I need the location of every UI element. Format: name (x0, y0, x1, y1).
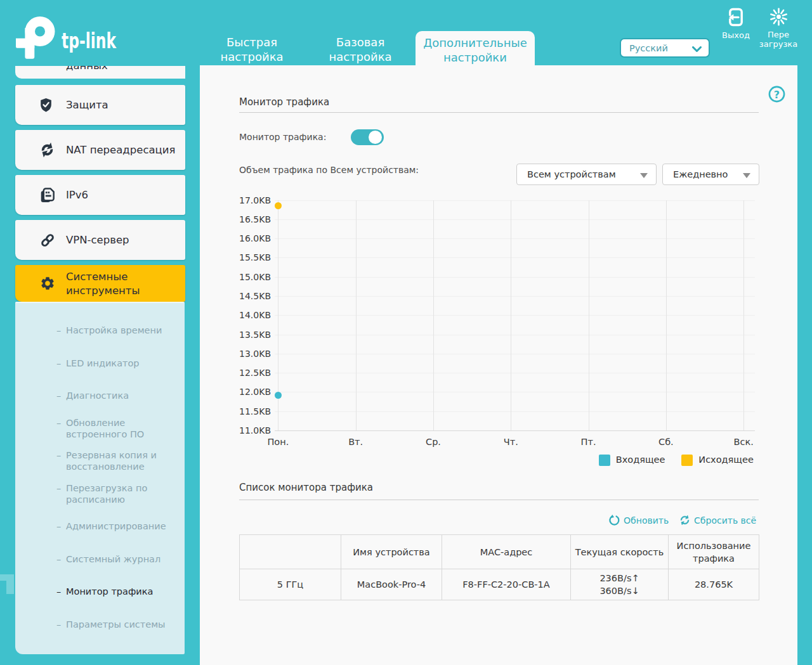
submenu-item-label: LED индикатор (66, 358, 180, 369)
submenu-item-label: Настройка времени (66, 325, 180, 336)
tab-quick-setup[interactable]: Быстрая настройка (207, 35, 296, 64)
tab-advanced-setup[interactable]: Дополнительные настройки (416, 31, 535, 66)
toggle-knob (369, 131, 382, 144)
submenu-dash: – (56, 482, 61, 494)
submenu-item-3[interactable]: –Обновление встроенного ПО (53, 417, 180, 440)
gridline-h (275, 200, 755, 201)
sidebar-item-1[interactable]: NAT переадресация (15, 130, 185, 170)
table-header-cell: Использование трафика (669, 535, 759, 569)
submenu-dash: – (56, 553, 61, 565)
scroll-artifact (0, 574, 14, 581)
logout-icon (728, 8, 743, 27)
help-icon[interactable]: ? (768, 86, 785, 103)
chart-point-Входящее[interactable] (275, 392, 282, 399)
y-axis-label: 15.5KB (200, 252, 271, 262)
x-axis-label: Чт. (485, 437, 536, 447)
gridline-h (275, 315, 755, 316)
table-cell: 236B/s↑360B/s↓ (571, 569, 669, 600)
sidebar-item-4[interactable]: Системные инструменты (15, 265, 185, 302)
submenu-item-label: Перезагрузка по расписанию (66, 482, 180, 505)
table-header-cell: Имя устройства (341, 535, 442, 569)
submenu-item-label: Системный журнал (66, 553, 180, 565)
submenu-item-9[interactable]: –Параметры системы (53, 619, 180, 630)
y-axis-label: 14.5KB (200, 291, 271, 301)
y-axis-label: 15.0KB (200, 272, 271, 282)
submenu-item-2[interactable]: –Диагностика (53, 390, 180, 401)
legend-label: Входящее (616, 455, 665, 465)
table-cell: MacBook-Pro-4 (341, 569, 442, 600)
refresh-link[interactable]: Обновить (608, 514, 669, 526)
gridline-h (275, 373, 755, 373)
sidebar-item-clipped[interactable]: данных (15, 66, 185, 79)
gridline-h (275, 296, 755, 297)
x-axis-label: Ср. (408, 437, 459, 447)
x-axis-label: Вск. (718, 437, 769, 447)
sidebar-item-label: VPN-сервер (66, 233, 180, 247)
shield-icon (40, 98, 54, 113)
gridline-v (589, 200, 589, 430)
submenu-item-1[interactable]: –LED индикатор (53, 358, 180, 369)
x-axis-label: Пон. (252, 437, 303, 447)
submenu-item-label: Администрирование (66, 520, 180, 532)
submenu-item-label: Резервная копия и восстановление (66, 449, 180, 472)
reboot-button[interactable]: Пере загрузка (756, 8, 801, 49)
submenu-dash: – (56, 520, 61, 532)
sidebar-item-label: NAT переадресация (66, 143, 180, 157)
sidebar-item-3[interactable]: VPN-сервер (15, 220, 185, 260)
gridline-h (275, 354, 755, 354)
legend-swatch (681, 455, 693, 466)
sidebar-item-0[interactable]: Защита (15, 85, 185, 125)
y-axis-label: 11.5KB (200, 406, 271, 416)
gridline-h (275, 219, 755, 220)
language-select[interactable]: Русский (620, 38, 710, 58)
reboot-icon (769, 8, 788, 26)
x-axis-label: Пт. (563, 437, 614, 447)
submenu-item-label: Монитор трафика (66, 586, 180, 597)
list-section-title: Список монитора трафика (239, 482, 373, 493)
submenu-item-6[interactable]: –Администрирование (53, 520, 180, 532)
table-header-cell: MAC-адрес (442, 535, 571, 569)
submenu-item-7[interactable]: –Системный журнал (53, 553, 180, 565)
submenu-item-label: Обновление встроенного ПО (66, 417, 180, 440)
gridline-h (275, 335, 755, 335)
logout-button[interactable]: Выход (717, 8, 755, 40)
tab-basic-setup[interactable]: Базовая настройка (316, 35, 405, 64)
device-select[interactable]: Всем устройствам (516, 164, 657, 185)
reset-all-link[interactable]: Сбросить всё (679, 514, 756, 526)
content-panel: Монитор трафика ? Монитор трафика: Объем… (200, 65, 797, 665)
submenu-dash: – (56, 619, 61, 630)
gridline-h (275, 277, 755, 278)
table-cell: F8-FF-C2-20-CB-1A (442, 569, 571, 600)
legend-swatch (599, 455, 610, 466)
sidebar-item-2[interactable]: IPv6 (15, 175, 185, 215)
submenu-item-label: Диагностика (66, 390, 180, 401)
submenu-item-4[interactable]: –Резервная копия и восстановление (53, 449, 180, 472)
divider (239, 112, 759, 113)
y-axis-label: 16.5KB (200, 214, 271, 224)
table-cell: 5 ГГц (240, 569, 341, 600)
vpn-icon (40, 233, 54, 248)
svg-text:?: ? (774, 89, 780, 101)
submenu-item-5[interactable]: –Перезагрузка по расписанию (53, 482, 180, 505)
submenu-item-8[interactable]: –Монитор трафика (53, 586, 180, 597)
gridline-v (356, 200, 357, 430)
y-axis-label: 13.0KB (200, 349, 271, 359)
gridline-h (275, 238, 755, 239)
submenu-dash: – (56, 390, 61, 401)
ipv6-icon (40, 188, 54, 203)
submenu-dash: – (56, 417, 61, 429)
period-select[interactable]: Ежедневно (662, 164, 759, 185)
traffic-monitor-toggle[interactable] (351, 129, 384, 145)
sidebar-item-label: Системные инструменты (66, 270, 180, 297)
submenu-item-0[interactable]: –Настройка времени (53, 325, 180, 336)
submenu-item-label: Параметры системы (66, 619, 180, 630)
chart-point-Исходящее[interactable] (275, 202, 282, 209)
sidebar-submenu: –Настройка времени–LED индикатор–Диагнос… (15, 302, 185, 654)
gridline-h (275, 392, 755, 392)
table-header-cell: Текущая скорость (571, 535, 669, 569)
submenu-dash: – (56, 586, 61, 597)
gridline-v (433, 200, 434, 430)
gear-icon (40, 276, 54, 291)
y-axis-label: 17.0KB (200, 195, 271, 205)
dropdown-arrow-icon (640, 173, 648, 178)
